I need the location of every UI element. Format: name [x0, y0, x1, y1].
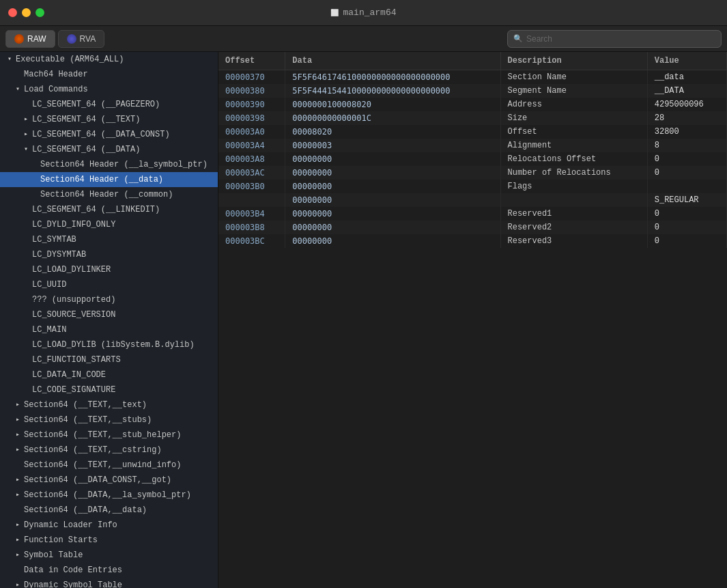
cell-offset: 00000398	[218, 111, 285, 125]
cell-data: 0000000100008020	[285, 98, 500, 111]
sidebar-item[interactable]: ▸Function Starts	[0, 533, 218, 548]
sidebar-item[interactable]: Mach64 Header	[0, 67, 218, 82]
cell-description: Reserved1	[500, 207, 647, 221]
sidebar-item[interactable]: ▾Load Commands	[0, 82, 218, 97]
tree-arrow: ▸	[14, 474, 22, 486]
sidebar-item-label: LC_CODE_SIGNATURE	[32, 384, 115, 396]
close-button[interactable]	[8, 8, 17, 17]
sidebar-item[interactable]: LC_DYSYMTAB	[0, 247, 218, 262]
cell-offset: 000003B4	[218, 207, 285, 221]
sidebar-item[interactable]: Section64 (__TEXT,__unwind_info)	[0, 458, 218, 473]
cell-description: Relocations Offset	[500, 152, 647, 166]
cell-value	[647, 180, 726, 193]
sidebar-item[interactable]: Section64 Header (__la_symbol_ptr)	[0, 157, 218, 172]
sidebar-item[interactable]: LC_LOAD_DYLIB (libSystem.B.dylib)	[0, 337, 218, 352]
cell-value: __DATA	[647, 84, 726, 98]
table-row[interactable]: 000003A400000003Alignment8	[218, 139, 727, 152]
sidebar-item[interactable]: LC_SYMTAB	[0, 232, 218, 247]
sidebar-item[interactable]: ▸Dynamic Loader Info	[0, 518, 218, 533]
cell-value: 28	[647, 111, 726, 125]
sidebar-item[interactable]: LC_DYLD_INFO_ONLY	[0, 217, 218, 232]
maximize-button[interactable]	[35, 8, 44, 17]
sidebar-item-label: Section64 (__DATA,__la_symbol_ptr)	[24, 489, 191, 501]
sidebar-item[interactable]: LC_DATA_IN_CODE	[0, 367, 218, 382]
sidebar: ▾Executable (ARM64_ALL)Mach64 Header▾Loa…	[0, 52, 218, 588]
sidebar-item[interactable]: LC_UUID	[0, 277, 218, 292]
cell-value: 8	[647, 139, 726, 152]
sidebar-item-label: Section64 (__TEXT,__unwind_info)	[24, 459, 181, 471]
search-input[interactable]	[526, 34, 715, 44]
table-row[interactable]: 000003B800000000Reserved20	[218, 221, 727, 234]
rva-tab[interactable]: RVA	[58, 30, 105, 48]
sidebar-item[interactable]: ▾LC_SEGMENT_64 (__DATA)	[0, 142, 218, 157]
table-row[interactable]: 000003A800000000Relocations Offset0	[218, 152, 727, 166]
cell-description: Size	[500, 111, 647, 125]
sidebar-item-label: Section64 (__DATA,__data)	[24, 504, 147, 516]
sidebar-item[interactable]: ▸Section64 (__TEXT,__stub_helper)	[0, 428, 218, 443]
table-row[interactable]: 00000398000000000000001CSize28	[218, 111, 727, 125]
sidebar-item[interactable]: Section64 Header (__common)	[0, 187, 218, 202]
table-body: 000003705F5F6461746100000000000000000000…	[218, 70, 727, 249]
cell-offset: 000003A0	[218, 125, 285, 139]
cell-data: 00000000	[285, 166, 500, 180]
sidebar-item[interactable]: LC_SEGMENT_64 (__LINKEDIT)	[0, 202, 218, 217]
sidebar-item-label: Section64 (__DATA_CONST,__got)	[24, 474, 171, 486]
sidebar-item-label: LC_LOAD_DYLINKER	[32, 264, 111, 276]
table-row[interactable]: 000003A000008020Offset32800	[218, 125, 727, 139]
tree-arrow: ▸	[22, 128, 30, 141]
sidebar-item[interactable]: Data in Code Entries	[0, 563, 218, 578]
sidebar-item[interactable]: Section64 Header (__data)	[0, 172, 218, 187]
sidebar-item[interactable]: LC_CODE_SIGNATURE	[0, 382, 218, 397]
sidebar-item[interactable]: ??? (unsupported)	[0, 292, 218, 307]
titlebar: main_arm64	[0, 0, 727, 26]
cell-offset	[218, 193, 285, 207]
sidebar-item[interactable]: LC_LOAD_DYLINKER	[0, 262, 218, 277]
table-row[interactable]: 000003705F5F6461746100000000000000000000…	[218, 70, 727, 85]
sidebar-item-label: LC_DYSYMTAB	[32, 249, 86, 261]
window-controls	[8, 8, 44, 17]
sidebar-item[interactable]: ▾Executable (ARM64_ALL)	[0, 52, 218, 67]
minimize-button[interactable]	[22, 8, 31, 17]
col-description: Description	[500, 52, 647, 70]
col-data: Data	[285, 52, 500, 70]
raw-tab[interactable]: RAW	[5, 30, 55, 48]
cell-description: Reserved3	[500, 234, 647, 248]
sidebar-item-label: LC_UUID	[32, 279, 66, 291]
table-row[interactable]: 000003AC00000000Number of Relocations0	[218, 166, 727, 180]
sidebar-item-label: Mach64 Header	[24, 68, 88, 81]
sidebar-item[interactable]: ▸LC_SEGMENT_64 (__TEXT)	[0, 112, 218, 127]
tree-arrow: ▸	[14, 399, 22, 411]
sidebar-item[interactable]: ▸LC_SEGMENT_64 (__DATA_CONST)	[0, 127, 218, 142]
sidebar-item-label: Section64 Header (__data)	[40, 173, 163, 186]
cell-description: Flags	[500, 180, 647, 193]
sidebar-item[interactable]: LC_FUNCTION_STARTS	[0, 352, 218, 367]
cell-data: 00000003	[285, 139, 500, 152]
table-row[interactable]: 000003B400000000Reserved10	[218, 207, 727, 221]
sidebar-item-label: Load Commands	[24, 83, 88, 96]
sidebar-item-label: Section64 (__TEXT,__stubs)	[24, 414, 152, 426]
sidebar-item[interactable]: LC_MAIN	[0, 322, 218, 337]
sidebar-item[interactable]: ▸Section64 (__DATA_CONST,__got)	[0, 473, 218, 488]
sidebar-item[interactable]: ▸Symbol Table	[0, 548, 218, 563]
table-row[interactable]: 000003BC00000000Reserved30	[218, 234, 727, 248]
sidebar-item[interactable]: LC_SOURCE_VERSION	[0, 307, 218, 322]
sidebar-item-label: Section64 (__TEXT,__text)	[24, 399, 147, 411]
tree-arrow: ▸	[14, 534, 22, 546]
sidebar-item[interactable]: Section64 (__DATA,__data)	[0, 503, 218, 518]
sidebar-item-label: LC_SEGMENT_64 (__DATA_CONST)	[32, 128, 170, 141]
sidebar-item[interactable]: ▸Section64 (__TEXT,__cstring)	[0, 443, 218, 458]
content-panel: Offset Data Description Value 000003705F…	[218, 52, 727, 588]
sidebar-item[interactable]: ▸Section64 (__TEXT,__text)	[0, 397, 218, 412]
sidebar-item[interactable]: ▸Section64 (__TEXT,__stubs)	[0, 412, 218, 428]
sidebar-item[interactable]: ▸Section64 (__DATA,__la_symbol_ptr)	[0, 488, 218, 503]
table-row[interactable]: 000003900000000100008020Address429500009…	[218, 98, 727, 111]
table-row[interactable]: 000003805F5F4441544100000000000000000000…	[218, 84, 727, 98]
sidebar-item[interactable]: LC_SEGMENT_64 (__PAGEZERO)	[0, 97, 218, 112]
cell-offset: 000003A4	[218, 139, 285, 152]
table-row[interactable]: 00000000S_REGULAR	[218, 193, 727, 207]
main-layout: ▾Executable (ARM64_ALL)Mach64 Header▾Loa…	[0, 52, 727, 588]
sidebar-item[interactable]: ▸Dynamic Symbol Table	[0, 578, 218, 588]
cell-data: 00000000	[285, 221, 500, 234]
table-row[interactable]: 000003B000000000Flags	[218, 180, 727, 193]
tree-arrow: ▸	[14, 429, 22, 441]
